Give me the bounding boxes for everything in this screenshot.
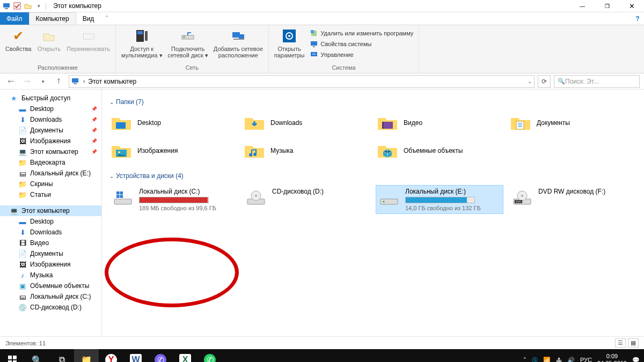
uninstall-program-button[interactable]: Удалить или изменить программу: [308, 28, 415, 38]
refresh-button[interactable]: ⟳: [538, 75, 551, 88]
section-drives-header[interactable]: ⌄Устройства и диски (4): [109, 172, 636, 180]
disc-icon: 💿: [18, 303, 27, 312]
language-indicator[interactable]: РУС: [580, 357, 592, 362]
folder-pictures[interactable]: Изображения: [109, 139, 237, 162]
qat-folder-icon[interactable]: [24, 2, 32, 10]
drive-icon: 🖴: [18, 292, 27, 301]
this-pc-icon: [71, 78, 80, 85]
manage-button[interactable]: Управление: [308, 50, 415, 60]
media-access-button[interactable]: Доступ кмультимедиа ▾: [119, 26, 165, 60]
ribbon-tabs: Файл Компьютер Вид ˄ ?: [0, 12, 644, 25]
folder-documents[interactable]: Документы: [509, 111, 636, 135]
folder-desktop[interactable]: Desktop: [109, 111, 237, 135]
excel-task-button[interactable]: X: [173, 349, 197, 362]
svg-rect-22: [116, 122, 126, 129]
whatsapp-task-button[interactable]: ✆: [197, 349, 222, 362]
content-pane[interactable]: ⌄Папки (7) Desktop Downloads Видео Докум…: [102, 90, 644, 349]
sidebar-documents2[interactable]: 📄Документы: [0, 248, 101, 259]
navigation-pane[interactable]: ★Быстрый доступ ▬Desktop📌 ⬇Downloads📌 📄Д…: [0, 90, 102, 349]
tiles-view-button[interactable]: ▦: [628, 338, 639, 348]
folder-3dobjects[interactable]: Объемные объекты: [376, 139, 503, 162]
map-drive-button[interactable]: Подключитьсетевой диск ▾: [166, 26, 210, 60]
sidebar-downloads[interactable]: ⬇Downloads📌: [0, 114, 101, 125]
search-button[interactable]: 🔍: [25, 349, 49, 362]
section-folders-header[interactable]: ⌄Папки (7): [109, 98, 636, 106]
minimize-button[interactable]: —: [570, 0, 595, 12]
drive-f[interactable]: DVD DVD RW дисковод (F:): [509, 185, 636, 214]
capacity-bar: [139, 197, 209, 203]
sidebar-local-c[interactable]: 🖴Локальный диск (C:): [0, 291, 101, 302]
start-button[interactable]: [0, 349, 25, 362]
clock[interactable]: 0:09 24.05.2019: [597, 353, 627, 362]
documents-folder-icon: [510, 112, 531, 134]
forward-button[interactable]: 🡒: [20, 75, 33, 88]
sidebar-cd-d[interactable]: 💿CD-дисковод (D:): [0, 302, 101, 313]
folder-icon: 📁: [18, 180, 27, 188]
system-tray[interactable]: ˄ Ⓢ 📶 🖧 🔊 РУС 0:09 24.05.2019 💬: [523, 353, 644, 362]
add-network-button[interactable]: Добавить сетевоерасположение: [211, 26, 265, 60]
rename-button[interactable]: Переименовать: [64, 26, 112, 53]
sidebar-this-pc-pinned[interactable]: 💻Этот компьютер📌: [0, 146, 101, 157]
folder-video[interactable]: Видео: [376, 111, 503, 135]
drive-d[interactable]: CD-дисковод (D:): [243, 185, 370, 214]
viber-task-button[interactable]: ✆: [148, 349, 173, 362]
svg-rect-40: [8, 356, 12, 359]
svg-point-34: [383, 201, 385, 203]
skype-tray-icon[interactable]: Ⓢ: [532, 356, 538, 363]
video-folder-icon: [377, 112, 398, 134]
sidebar-downloads2[interactable]: ⬇Downloads: [0, 227, 101, 238]
sidebar-pictures2[interactable]: 🖼Изображения: [0, 259, 101, 270]
drive-e[interactable]: Локальный диск (E:) 14,0 ГБ свободно из …: [376, 185, 503, 214]
notifications-button[interactable]: 💬: [632, 357, 640, 363]
svg-point-27: [118, 151, 120, 153]
drive-c[interactable]: Локальный диск (C:) 189 МБ свободно из 9…: [109, 185, 237, 214]
recent-dropdown[interactable]: ▾: [36, 75, 49, 88]
sidebar-quick-access[interactable]: ★Быстрый доступ: [0, 93, 101, 104]
tab-computer[interactable]: Компьютер: [29, 12, 76, 25]
sidebar-documents[interactable]: 📄Документы📌: [0, 125, 101, 136]
sidebar-desktop2[interactable]: ▬Desktop: [0, 216, 101, 227]
taskbar[interactable]: 🔍 ⧉ 📁 Y W ✆ X ✆ ˄ Ⓢ 📶 🖧 🔊 РУС 0:09 24.05…: [0, 349, 644, 362]
pin-icon: 📌: [91, 117, 97, 122]
tab-file[interactable]: Файл: [0, 12, 29, 25]
sidebar-desktop[interactable]: ▬Desktop📌: [0, 104, 101, 114]
tab-view[interactable]: Вид: [76, 12, 101, 25]
sidebar-screens[interactable]: 📁Скрины: [0, 179, 101, 189]
sidebar-this-pc[interactable]: 💻Этот компьютер: [0, 205, 101, 216]
explorer-task-button[interactable]: 📁: [74, 349, 99, 362]
chevron-down-icon: ⌄: [109, 99, 114, 105]
wifi-icon[interactable]: 📶: [543, 357, 551, 363]
sidebar-music[interactable]: ♪Музыка: [0, 270, 101, 280]
sidebar-3dobjects[interactable]: ▣Объемные объекты: [0, 280, 101, 291]
back-button[interactable]: 🡐: [4, 75, 17, 88]
properties-button[interactable]: ✔ Свойства: [3, 26, 33, 53]
yandex-task-button[interactable]: Y: [99, 349, 123, 362]
sidebar-articles[interactable]: 📁Статьи: [0, 189, 101, 200]
task-view-button[interactable]: ⧉: [49, 349, 74, 362]
svg-point-8: [184, 36, 185, 38]
svg-rect-10: [239, 34, 244, 39]
network-icon[interactable]: 🖧: [556, 357, 562, 362]
tray-chevron-icon[interactable]: ˄: [523, 357, 526, 363]
folder-downloads[interactable]: Downloads: [243, 111, 370, 135]
maximize-button[interactable]: ❐: [595, 0, 619, 12]
folder-music[interactable]: Музыка: [243, 139, 370, 162]
open-button[interactable]: Открыть: [34, 26, 63, 53]
system-properties-button[interactable]: Свойства системы: [308, 39, 415, 49]
sidebar-video[interactable]: 🎞Видео: [0, 238, 101, 248]
up-button[interactable]: 🡑: [53, 75, 65, 88]
search-input[interactable]: 🔍 Поиск: Эт...: [554, 75, 640, 88]
ribbon-collapse-button[interactable]: ˄: [100, 12, 113, 25]
close-button[interactable]: ✕: [619, 0, 644, 12]
word-task-button[interactable]: W: [123, 349, 148, 362]
qat-dropdown-icon[interactable]: ▾: [34, 2, 43, 10]
qat-checkbox-icon[interactable]: [13, 2, 21, 10]
open-settings-button[interactable]: Открытьпараметры: [272, 26, 307, 60]
details-view-button[interactable]: ☰: [615, 338, 626, 348]
sidebar-pictures[interactable]: 🖼Изображения📌: [0, 136, 101, 146]
breadcrumb[interactable]: › Этот компьютер ⌄: [69, 75, 535, 88]
sidebar-local-e[interactable]: 🖴Локальный диск (E:): [0, 168, 101, 179]
volume-icon[interactable]: 🔊: [567, 357, 575, 363]
sidebar-videocard[interactable]: 📁Видеокарта: [0, 157, 101, 168]
help-button[interactable]: ?: [631, 12, 644, 25]
